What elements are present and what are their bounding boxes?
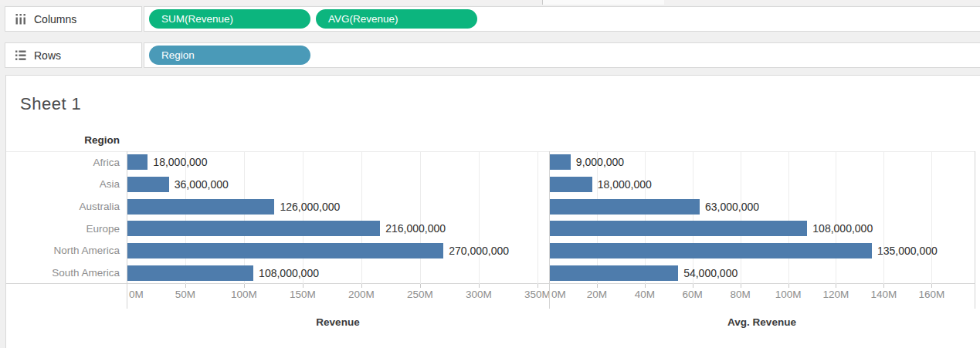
pill-sum-revenue[interactable]: SUM(Revenue): [149, 9, 310, 29]
axis-tick: [741, 284, 741, 288]
axis-tick-label: 150M: [290, 289, 316, 300]
axis-tick-label: 0M: [129, 289, 144, 300]
rows-icon: [15, 50, 26, 61]
bar-value-label: 18,000,000: [598, 178, 652, 191]
pane-divider: [549, 151, 550, 309]
bar-value-label: 18,000,000: [153, 156, 207, 168]
axis-tick: [645, 284, 646, 288]
bar-value-label: 63,000,000: [705, 201, 759, 213]
columns-shelf: Columns SUM(Revenue)AVG(Revenue): [5, 6, 980, 32]
axis-tick-label: 20M: [587, 289, 607, 300]
bar-value-row: 9,000,000: [549, 151, 975, 174]
cropped-toolbar-strip: [0, 0, 980, 5]
category-label: North America: [6, 240, 127, 262]
category-label: Asia: [6, 174, 127, 196]
axis-tick-label: 250M: [407, 289, 433, 300]
axis-tick: [883, 284, 884, 288]
row-header-region: Region: [6, 134, 127, 148]
columns-shelf-title: Columns: [34, 13, 76, 25]
axis-tick-label: 350M: [524, 289, 551, 300]
bar-value-label: 108,000,000: [812, 222, 873, 235]
bar-value-label: 126,000,000: [280, 201, 340, 213]
toolbar-segment: [543, 0, 664, 5]
axis-tick-label: 80M: [730, 289, 750, 300]
axis-tick-label: 200M: [348, 289, 375, 300]
rows-shelf-title: Rows: [34, 49, 61, 62]
axis-tick-label: 50M: [175, 289, 195, 300]
bar-value-row: 135,000,000: [549, 240, 975, 262]
bar-value-row: 108,000,000: [549, 218, 975, 240]
bar-value-row: 18,000,000: [127, 151, 549, 174]
axis-tick-label: 120M: [823, 289, 849, 300]
bar-value-row: 126,000,000: [127, 195, 549, 218]
bar-value-label: 135,000,000: [877, 245, 938, 257]
bar-value-row: 54,000,000: [549, 262, 975, 284]
category-label: Africa: [6, 151, 127, 174]
plot-revenue: 18,000,00036,000,000126,000,000216,000,0…: [127, 151, 549, 284]
category-label: Europe: [6, 218, 127, 240]
axis-tick: [244, 284, 245, 288]
bar-value-label: 54,000,000: [683, 267, 738, 279]
axis-tick-label: 0M: [551, 289, 566, 300]
axis-tick: [479, 284, 480, 288]
bar-value-label: 36,000,000: [175, 178, 229, 191]
axis-frame-left: [127, 151, 127, 309]
axis-tick-label: 100M: [231, 289, 257, 300]
columns-icon: [15, 14, 26, 25]
bar-value-row: 216,000,000: [127, 218, 549, 240]
axis-tick-label: 160M: [918, 289, 944, 300]
axis-tick: [788, 284, 789, 288]
plot-avg-revenue: 9,000,00018,000,00063,000,000108,000,000…: [549, 151, 975, 284]
tableau-worksheet: Columns SUM(Revenue)AVG(Revenue) Rows Re…: [0, 0, 980, 348]
category-label: Australia: [6, 195, 127, 218]
axis-tick: [185, 284, 186, 288]
axis-tick: [537, 284, 538, 288]
axis-tick: [303, 284, 303, 288]
columns-shelf-label: Columns: [5, 6, 142, 32]
axis-title-avg-revenue: Avg. Revenue: [549, 316, 975, 332]
axis-tick-label: 40M: [635, 289, 655, 300]
pill-region[interactable]: Region: [149, 46, 310, 65]
pill-avg-revenue[interactable]: AVG(Revenue): [316, 9, 477, 29]
axis-tick-label: 60M: [683, 289, 703, 300]
columns-shelf-dropzone[interactable]: SUM(Revenue)AVG(Revenue): [144, 6, 980, 32]
axis-tick-label: 140M: [870, 289, 897, 300]
bar-value-row: 36,000,000: [127, 174, 549, 196]
axis-frame-right: [975, 151, 975, 309]
bar-value-label: 108,000,000: [259, 267, 319, 279]
axis-tick: [931, 284, 932, 288]
toolbar-divider: [542, 0, 543, 5]
bar-value-label: 216,000,000: [385, 222, 446, 235]
axis-tick-label: 300M: [466, 289, 492, 300]
rows-shelf: Rows Region: [5, 42, 980, 68]
bar-value-row: 270,000,000: [127, 240, 549, 262]
category-label-column: AfricaAsiaAustraliaEuropeNorth AmericaSo…: [6, 151, 127, 284]
sheet-canvas: Sheet 1 Region AfricaAsiaAustraliaEurope…: [5, 75, 980, 348]
axis-tick: [693, 284, 693, 288]
axis-tick-label: 100M: [775, 289, 802, 300]
axis-tick: [420, 284, 421, 288]
category-label: South America: [6, 262, 127, 284]
rows-shelf-dropzone[interactable]: Region: [144, 42, 980, 68]
bar-value-label: 9,000,000: [576, 156, 624, 168]
bar-value-row: 63,000,000: [549, 195, 975, 218]
bar-value-row: 18,000,000: [549, 174, 975, 196]
axis-tick: [361, 284, 362, 288]
axis-title-revenue: Revenue: [127, 316, 549, 332]
bar-value-label: 270,000,000: [449, 245, 509, 257]
axis-tick: [836, 284, 836, 288]
rows-shelf-label: Rows: [5, 42, 142, 68]
chart-region: Region AfricaAsiaAustraliaEuropeNorth Am…: [6, 76, 980, 348]
bar-value-row: 108,000,000: [127, 262, 549, 284]
axis-tick: [597, 284, 598, 288]
